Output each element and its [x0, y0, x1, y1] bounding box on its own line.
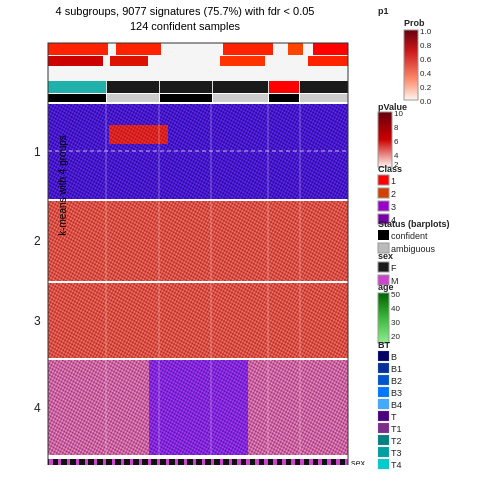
y-axis-label: k-means with 4 groups	[57, 126, 68, 246]
chart-title-line1: 4 subgroups, 9077 signatures (75.7%) wit…	[0, 4, 370, 19]
legend-canvas	[376, 0, 504, 504]
chart-title-line2: 124 confident samples	[0, 19, 370, 34]
heatmap-canvas	[0, 35, 370, 465]
